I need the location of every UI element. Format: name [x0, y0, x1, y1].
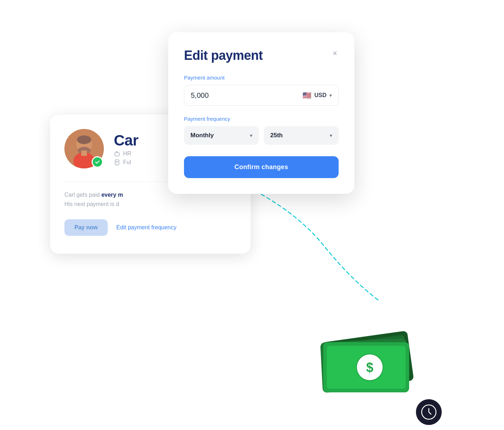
- department-text: HR: [123, 150, 131, 157]
- payment-amount-field: 🇺🇸 USD ▾: [184, 85, 339, 106]
- frequency-row: Monthly ▾ 25th ▾: [184, 126, 339, 145]
- frequency-value: Monthly: [190, 132, 214, 139]
- money-illustration: $: [318, 322, 425, 416]
- payment-frequency-label: Payment frequency: [184, 116, 339, 122]
- clock-badge: [415, 398, 443, 426]
- modal-title: Edit payment: [184, 48, 263, 63]
- amount-input[interactable]: [191, 91, 302, 100]
- day-value: 25th: [270, 132, 283, 139]
- close-button[interactable]: ×: [331, 48, 339, 59]
- frequency-chevron-icon: ▾: [250, 133, 252, 138]
- employee-name: Car: [114, 132, 139, 149]
- edit-payment-frequency-link[interactable]: Edit payment frequency: [116, 224, 176, 231]
- verified-badge: [92, 156, 103, 168]
- currency-code: USD: [314, 92, 326, 99]
- modal-header: Edit payment ×: [184, 48, 339, 63]
- document-icon: [114, 159, 120, 166]
- card-actions: Pay now Edit payment frequency: [64, 219, 236, 236]
- briefcase-icon: [114, 150, 120, 157]
- avatar-wrapper: [64, 129, 104, 168]
- svg-rect-5: [81, 150, 87, 156]
- pay-now-button[interactable]: Pay now: [64, 219, 108, 236]
- confirm-changes-button[interactable]: Confirm changes: [184, 156, 339, 178]
- currency-selector[interactable]: 🇺🇸 USD ▾: [302, 91, 332, 100]
- svg-text:$: $: [366, 360, 373, 375]
- payment-frequency-section: Payment frequency Monthly ▾ 25th ▾: [184, 116, 339, 145]
- day-chevron-icon: ▾: [330, 133, 332, 138]
- day-dropdown[interactable]: 25th ▾: [264, 126, 339, 145]
- currency-flag: 🇺🇸: [302, 91, 311, 100]
- frequency-dropdown[interactable]: Monthly ▾: [184, 126, 259, 145]
- frequency-highlight: every m: [101, 192, 123, 198]
- card-name-section: Car HR Ful: [114, 132, 139, 166]
- currency-chevron-icon: ▾: [329, 92, 332, 98]
- employment-type-text: Ful: [123, 159, 131, 166]
- department-row: HR: [114, 150, 139, 157]
- payment-amount-label: Payment amount: [184, 75, 339, 81]
- employment-type-row: Ful: [114, 159, 139, 166]
- employee-info: HR Ful: [114, 150, 139, 166]
- svg-point-2: [77, 135, 91, 144]
- edit-payment-modal: Edit payment × Payment amount 🇺🇸 USD ▾ P…: [168, 32, 354, 194]
- svg-rect-6: [115, 153, 120, 156]
